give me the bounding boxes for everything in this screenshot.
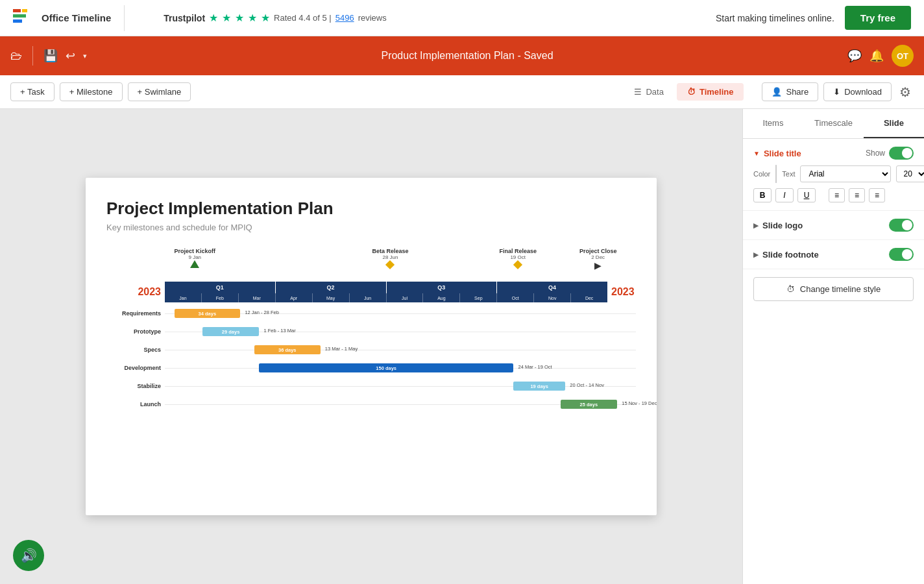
final-diamond [513, 260, 522, 269]
slide-logo-section[interactable]: ▶ Slide logo [743, 211, 924, 240]
task-bar-launch: 25 days [561, 400, 617, 409]
beta-label: Beta Release [372, 248, 408, 254]
close-arrow: ▶ [594, 260, 602, 271]
settings-button[interactable]: ⚙ [897, 82, 914, 103]
task-date-prototype: 1 Feb - 13 Mar [263, 328, 295, 334]
chevron-down-icon: ▼ [753, 150, 760, 157]
task-row-launch: Launch 25 days 15 Nov - 19 Dec [106, 396, 636, 413]
final-date: 19 Oct [510, 254, 526, 260]
download-button[interactable]: ⬇ Download [823, 82, 892, 101]
tab-slide[interactable]: Slide [864, 109, 924, 138]
month-mar: Mar [239, 293, 276, 302]
toolbar-right: 💬 🔔 OT [847, 45, 914, 67]
task-label-specs: Specs [106, 347, 165, 353]
tab-data[interactable]: ☰ Data [624, 83, 674, 101]
logo-area: Office Timeline [13, 6, 111, 30]
toggle-slider-logo [889, 219, 914, 232]
task-date-specs: 13 Mar - 1 May [325, 346, 358, 352]
slide-title-toggle[interactable] [889, 147, 914, 160]
timeline-chart: Project Kickoff 9 Jan Beta Release 28 Ju… [106, 248, 636, 413]
logo-text: Office Timeline [42, 12, 111, 23]
undo-icon[interactable]: ↩ [66, 49, 75, 63]
tab-items[interactable]: Items [743, 109, 803, 138]
trustpilot-label: Trustpilot [164, 13, 205, 23]
month-row: Jan Feb Mar Apr May Jun Jul Aug Sep Oct … [165, 293, 607, 302]
milestone-final: Final Release 19 Oct [499, 248, 537, 268]
task-grid-launch: 25 days 15 Nov - 19 Dec [165, 399, 636, 409]
close-date: 2 Dec [591, 254, 605, 260]
slide-footnote-section[interactable]: ▶ Slide footnote [743, 240, 924, 269]
task-label-prototype: Prototype [106, 328, 165, 335]
document-title: Product Implementation Plan - Saved [95, 50, 840, 62]
milestones-row: Project Kickoff 9 Jan Beta Release 28 Ju… [165, 248, 636, 280]
underline-button[interactable]: U [797, 188, 816, 202]
month-jul: Jul [387, 293, 424, 302]
month-jun: Jun [350, 293, 387, 302]
change-timeline-style-button[interactable]: ⏱ Change timeline style [753, 277, 914, 301]
chevron-right-icon: ▶ [753, 222, 759, 229]
comment-icon[interactable]: 💬 [847, 49, 862, 63]
year-left-container: 2023 [106, 282, 165, 302]
reviews-label: reviews [358, 13, 387, 23]
slide-logo-title: ▶ Slide logo [753, 221, 803, 230]
speaker-icon: 🔊 [21, 548, 37, 563]
month-oct: Oct [497, 293, 534, 302]
task-grid-stabilize: 19 days 20 Oct - 14 Nov [165, 381, 636, 391]
tab-timeline[interactable]: ⏱ Timeline [677, 83, 744, 101]
task-date-launch: 15 Nov - 19 Dec [622, 400, 657, 406]
cta-text: Start making timelines online. [716, 13, 834, 23]
nav-separator [124, 5, 125, 31]
try-free-button[interactable]: Try free [845, 6, 911, 30]
add-swimlane-button[interactable]: + Swimlane [128, 82, 191, 101]
slide-subtitle-text: Key milestones and schedule for MPIQ [106, 223, 636, 232]
month-nov: Nov [534, 293, 571, 302]
size-select[interactable]: 20 16 18 24 [896, 165, 924, 182]
align-left-button[interactable]: ≡ [829, 188, 845, 202]
share-icon: 👤 [772, 87, 782, 97]
data-tab-icon: ☰ [634, 87, 642, 97]
month-apr: Apr [276, 293, 313, 302]
close-label: Project Close [579, 248, 617, 254]
share-button[interactable]: 👤 Share [762, 82, 818, 101]
chart-header: 2023 Q1 Q2 Q3 Q4 Jan Feb [106, 282, 636, 302]
slide-footnote-toggle[interactable] [889, 248, 914, 261]
align-right-button[interactable]: ≡ [869, 188, 885, 202]
reviews-link[interactable]: 5496 [335, 13, 354, 23]
cta-area: Start making timelines online. Try free [716, 6, 911, 30]
speaker-button[interactable]: 🔊 [13, 540, 44, 571]
bold-button[interactable]: B [753, 188, 772, 202]
user-avatar[interactable]: OT [892, 45, 914, 67]
right-panel: Items Timescale Slide ▼ Slide title Show [742, 109, 924, 584]
align-center-button[interactable]: ≡ [849, 188, 865, 202]
q1: Q1 [165, 282, 276, 293]
task-bar-specs: 36 days [254, 345, 321, 354]
font-select[interactable]: Arial Calibri Helvetica Times New Roman [800, 165, 891, 182]
color-swatch[interactable] [775, 165, 777, 183]
main-content: Project Implementation Plan Key mileston… [0, 109, 924, 584]
svg-rect-3 [13, 19, 22, 23]
month-aug: Aug [423, 293, 460, 302]
task-label-requirements: Requirements [106, 310, 165, 317]
tab-timescale[interactable]: Timescale [803, 109, 864, 138]
slide-logo-toggle[interactable] [889, 219, 914, 232]
slide-title-section: ▼ Slide title Show Color Text Arial [743, 139, 924, 211]
add-milestone-button[interactable]: + Milestone [60, 82, 123, 101]
app-toolbar: 🗁 💾 ↩ ▾ Product Implementation Plan - Sa… [0, 36, 924, 75]
add-task-button[interactable]: + Task [10, 82, 55, 101]
quarter-month-area: Q1 Q2 Q3 Q4 Jan Feb Mar Apr May Jun [165, 282, 607, 302]
save-icon[interactable]: 💾 [43, 49, 58, 63]
star-1: ★ [209, 12, 218, 24]
undo-dropdown-icon[interactable]: ▾ [83, 52, 87, 60]
year-right: 2023 [611, 286, 635, 298]
office-timeline-logo [13, 6, 36, 30]
folder-icon[interactable]: 🗁 [10, 49, 22, 63]
slide-canvas: Project Implementation Plan Key mileston… [86, 178, 657, 515]
task-row-prototype: Prototype 29 days 1 Feb - 13 Mar [106, 323, 636, 340]
notification-icon[interactable]: 🔔 [869, 49, 884, 63]
color-text-row: Color Text Arial Calibri Helvetica Times… [753, 165, 914, 183]
italic-button[interactable]: I [775, 188, 794, 202]
view-tab-group: ☰ Data ⏱ Timeline [624, 83, 744, 101]
task-bar-requirements: 34 days [175, 309, 241, 318]
tasks-area: Requirements 34 days 12 Jan - 28 Feb Pro… [106, 305, 636, 413]
task-date-requirements: 12 Jan - 28 Feb [245, 310, 279, 315]
